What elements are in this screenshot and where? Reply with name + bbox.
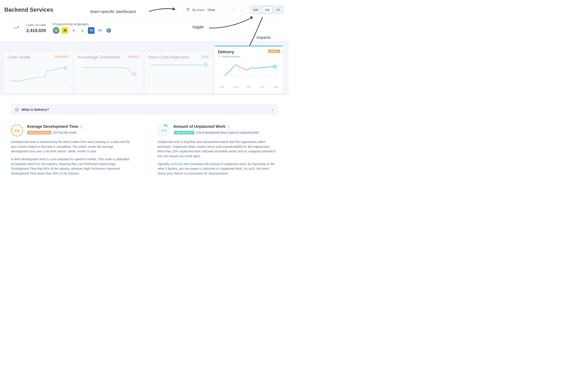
programming-languages-stat: Programming languages JS ☕ 🐍 TS C# C bbox=[53, 22, 112, 34]
filter-value: Glow bbox=[207, 8, 215, 12]
metric-title: Average Development Timei bbox=[27, 124, 83, 129]
code-health-sparkline bbox=[7, 60, 69, 86]
time-1m-button[interactable]: 1M bbox=[262, 6, 272, 13]
metric-paragraph: A short development time is a pre-requis… bbox=[11, 157, 131, 176]
annotation-team-dashboard: team-specific dashboard bbox=[90, 9, 136, 14]
knowledge-distribution-card[interactable]: Knowledge Distribution Attention bbox=[74, 52, 143, 93]
metric-paragraph: Typically, technical debt increases the … bbox=[158, 162, 278, 176]
svg-point-7 bbox=[133, 72, 136, 76]
team-code-alignment-card[interactable]: Team-Code Alignment Good bbox=[145, 52, 213, 93]
code-health-card[interactable]: Code Health Problematic bbox=[4, 52, 72, 93]
time-range-toggle: 1W 1M 1Y bbox=[249, 5, 284, 14]
legend: Month reference bbox=[218, 55, 280, 58]
lang-ts-icon: TS bbox=[88, 27, 95, 34]
lang-python-icon: 🐍 bbox=[79, 27, 86, 34]
accordion-title: What is Delivery? bbox=[22, 108, 49, 111]
arrow-icon bbox=[149, 6, 178, 15]
time-1w-button[interactable]: 1W bbox=[250, 6, 261, 13]
trend-up-icon bbox=[13, 26, 19, 30]
what-is-delivery-accordion[interactable]: What is Delivery? ⌄ bbox=[11, 104, 278, 115]
unplanned-ring: 11% bbox=[158, 124, 170, 137]
avg-dev-time-metric: 23h Average Development Timei Medium per… bbox=[11, 124, 131, 179]
time-1y-button[interactable]: 1Y bbox=[274, 6, 283, 13]
lang-csharp-icon: C# bbox=[97, 27, 103, 34]
metric-title: Amount of Unplanned Worki bbox=[173, 124, 260, 129]
knowledge-sparkline bbox=[78, 60, 140, 86]
filter-label: By team: bbox=[192, 8, 205, 12]
loc-value: 2,419,029 bbox=[26, 28, 46, 33]
performer-badge: High performers bbox=[174, 131, 194, 134]
lines-of-code-stat: Lines of code 2,419,029 bbox=[26, 23, 46, 33]
chevron-down-icon: ⌄ bbox=[271, 107, 274, 112]
team-filter[interactable]: By team: Glow × ⌄ bbox=[182, 4, 246, 15]
lang-clojure-icon bbox=[53, 27, 59, 34]
x-axis: 23/0530/056/0613/0620/06 bbox=[218, 85, 280, 88]
chevron-down-icon[interactable]: ⌄ bbox=[240, 8, 243, 12]
status-badge: Attention bbox=[127, 55, 140, 58]
lang-js-icon: JS bbox=[62, 27, 68, 34]
status-badge: Good bbox=[201, 55, 210, 58]
svg-point-9 bbox=[204, 63, 208, 67]
avg-dev-ring: 23h bbox=[11, 124, 23, 137]
status-badge: Medium bbox=[268, 50, 280, 53]
delivery-card[interactable]: Delivery Medium Month reference 23/0530/… bbox=[215, 46, 283, 93]
annotation-toggle: toggle bbox=[192, 25, 204, 29]
info-icon bbox=[15, 108, 19, 112]
alignment-sparkline bbox=[148, 60, 210, 86]
loc-label: Lines of code bbox=[26, 23, 46, 27]
lang-cpp-icon: C bbox=[106, 27, 112, 34]
unplanned-work-metric: 11% Amount of Unplanned Worki High perfo… bbox=[158, 124, 278, 179]
metric-paragraph: Development time is measured by the time… bbox=[11, 140, 131, 154]
technical-debt-link[interactable]: technical debt bbox=[171, 162, 190, 166]
delivery-chart bbox=[218, 58, 280, 84]
performer-badge: Medium performers bbox=[27, 131, 51, 134]
card-title: Team-Code Alignment bbox=[148, 55, 210, 60]
status-badge: Problematic bbox=[53, 55, 70, 58]
divider bbox=[144, 124, 144, 179]
metric-subtext: 11% of development time is spent on unpl… bbox=[196, 131, 258, 134]
metric-paragraph: Unplanned work is bug fixes and unexpect… bbox=[158, 140, 278, 159]
svg-point-12 bbox=[274, 65, 277, 68]
lang-java-icon: ☕ bbox=[70, 27, 77, 34]
metric-subtext: 22h 32m this month bbox=[53, 131, 76, 134]
svg-point-4 bbox=[64, 67, 67, 70]
delivery-detail-panel: What is Delivery? ⌄ 23h Average Developm… bbox=[4, 95, 284, 183]
svg-text:C: C bbox=[108, 29, 109, 32]
page-title: Backend Services bbox=[4, 6, 53, 13]
filter-icon bbox=[186, 7, 190, 12]
clear-filter-icon[interactable]: × bbox=[233, 8, 235, 12]
info-icon[interactable]: i bbox=[227, 125, 230, 128]
langs-label: Programming languages bbox=[53, 22, 112, 26]
info-icon[interactable]: i bbox=[80, 125, 83, 128]
